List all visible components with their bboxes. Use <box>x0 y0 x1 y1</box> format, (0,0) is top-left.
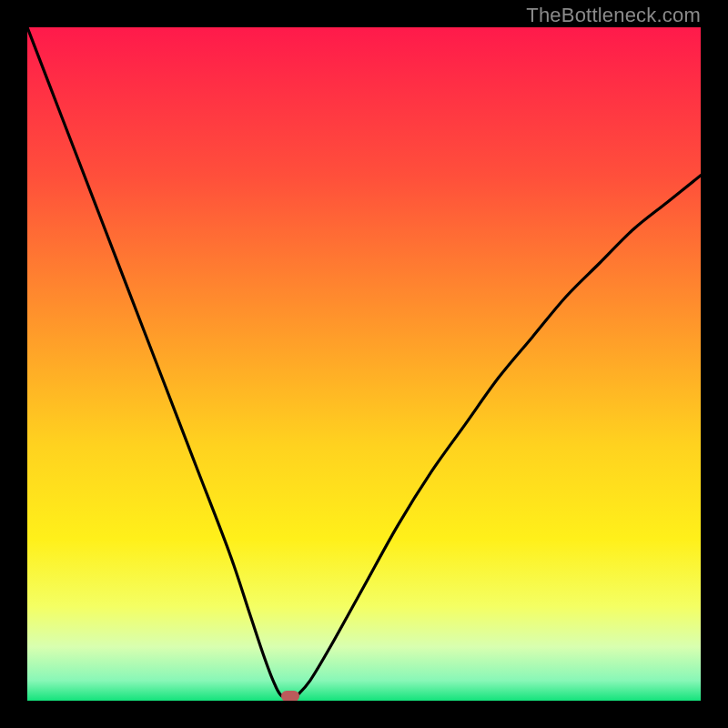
frame: TheBottleneck.com <box>0 0 728 728</box>
optimum-marker <box>281 691 299 701</box>
plot-area <box>27 27 701 701</box>
watermark-text: TheBottleneck.com <box>526 4 701 27</box>
curve <box>27 27 701 701</box>
